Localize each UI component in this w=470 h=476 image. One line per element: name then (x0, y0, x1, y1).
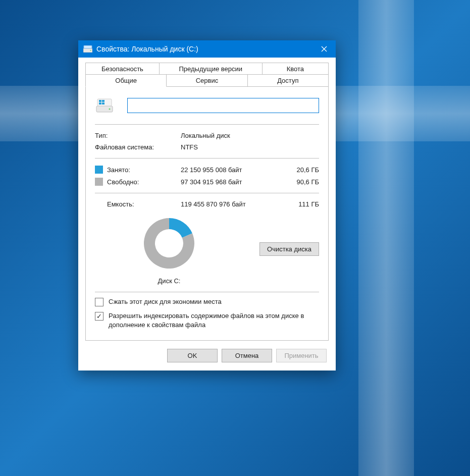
disk-cleanup-button[interactable]: Очистка диска (259, 242, 319, 256)
free-gb: 90,6 ГБ (274, 176, 319, 188)
separator (95, 292, 319, 292)
tab-sharing[interactable]: Доступ (248, 74, 329, 87)
separator (95, 158, 319, 158)
drive-large-icon (95, 98, 114, 114)
used-gb: 20,6 ГБ (274, 164, 319, 176)
tab-tools[interactable]: Сервис (167, 74, 247, 87)
drive-icon (83, 44, 92, 54)
svg-point-6 (109, 109, 111, 110)
used-swatch (95, 166, 103, 174)
index-checkbox[interactable] (95, 312, 103, 321)
separator (95, 124, 319, 125)
capacity-gb: 111 ГБ (274, 198, 319, 210)
drive-name-input[interactable] (127, 98, 319, 113)
svg-point-2 (90, 50, 91, 51)
client-area: Безопасность Предыдущие версии Квота Общ… (78, 58, 336, 371)
svg-rect-10 (99, 102, 101, 104)
capacity-table: Емкость: 119 455 870 976 байт 111 ГБ (95, 198, 319, 210)
type-label: Тип: (95, 130, 181, 141)
usage-table: Занято: 22 150 955 008 байт 20,6 ГБ Своб… (95, 164, 319, 188)
tab-quota[interactable]: Квота (263, 63, 329, 75)
used-label: Занято: (107, 166, 130, 174)
close-icon (321, 46, 327, 52)
window-title: Свойства: Локальный диск (C:) (96, 45, 312, 53)
capacity-label: Емкость: (95, 198, 181, 210)
usage-donut-chart (139, 213, 199, 274)
tab-control: Безопасность Предыдущие версии Квота Общ… (85, 63, 329, 87)
compress-checkbox-label: Сжать этот диск для экономии места (109, 297, 222, 306)
tab-previous-versions[interactable]: Предыдущие версии (160, 63, 263, 75)
type-value: Локальный диск (181, 130, 319, 141)
tab-pane-general: Тип: Локальный диск Файловая система: NT… (85, 87, 329, 341)
apply-button[interactable]: Применить (276, 349, 327, 362)
compress-checkbox[interactable] (95, 298, 103, 306)
svg-rect-11 (102, 102, 105, 104)
ok-button[interactable]: OK (167, 349, 218, 362)
svg-rect-8 (99, 100, 101, 102)
index-checkbox-label: Разрешить индексировать содержимое файло… (109, 311, 319, 329)
used-bytes: 22 150 955 008 байт (181, 164, 274, 176)
close-button[interactable] (312, 40, 336, 58)
titlebar[interactable]: Свойства: Локальный диск (C:) (78, 40, 336, 58)
free-bytes: 97 304 915 968 байт (181, 176, 274, 188)
dialog-button-row: OK Отмена Применить (85, 349, 329, 362)
tab-security[interactable]: Безопасность (85, 63, 160, 75)
fs-label: Файловая система: (95, 141, 181, 153)
separator (95, 193, 319, 193)
tab-general[interactable]: Общие (85, 74, 167, 87)
svg-rect-1 (84, 45, 92, 48)
fs-value: NTFS (181, 141, 319, 153)
free-label: Свободно: (107, 178, 139, 186)
capacity-bytes: 119 455 870 976 байт (181, 198, 274, 210)
disk-label: Диск C: (95, 277, 243, 285)
type-fs-table: Тип: Локальный диск Файловая система: NT… (95, 130, 319, 153)
cancel-button[interactable]: Отмена (222, 349, 272, 362)
properties-dialog: Свойства: Локальный диск (C:) Безопаснос… (78, 40, 336, 371)
svg-rect-9 (102, 100, 105, 102)
free-swatch (95, 178, 103, 186)
wallpaper-vertical-beam (358, 0, 414, 476)
